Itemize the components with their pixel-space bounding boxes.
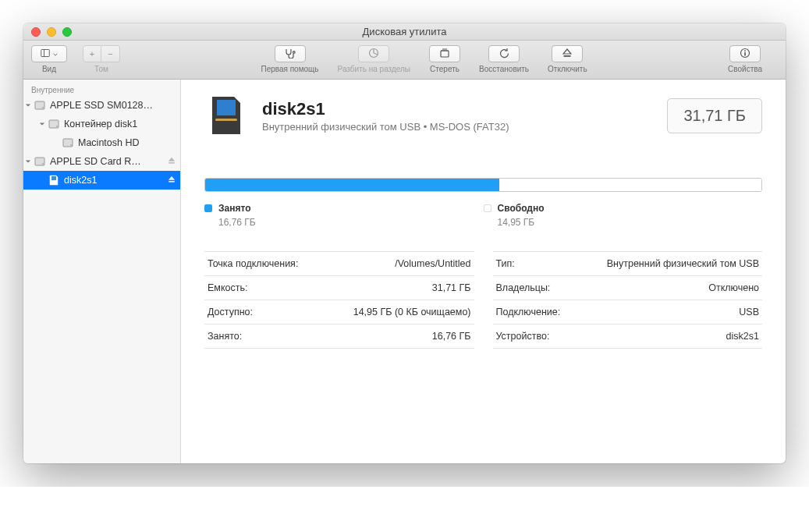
disclosure-triangle-icon[interactable] (23, 158, 33, 165)
table-row: Занято:16,76 ГБ (204, 324, 474, 349)
view-label: Вид (42, 65, 56, 73)
restore-arrow-icon (499, 48, 509, 60)
svg-rect-0 (41, 50, 50, 57)
volume-label: Том (94, 65, 108, 73)
info-value: disk2s1 (726, 331, 759, 342)
window-title: Дисковая утилита (23, 26, 786, 37)
info-value: Отключено (708, 282, 759, 293)
svg-rect-4 (441, 51, 449, 57)
info-value: USB (739, 307, 759, 317)
partition-label: Разбить на разделы (338, 65, 410, 73)
info-label: Свойства (728, 65, 762, 73)
sd-card-icon (204, 94, 248, 137)
unmount-label: Отключить (548, 65, 587, 73)
table-row: Доступно:14,95 ГБ (0 КБ очищаемо) (204, 300, 474, 324)
info-key: Владельцы: (496, 282, 551, 293)
svg-point-16 (42, 163, 44, 165)
volume-subtitle: Внутренний физический том USB • MS-DOS (… (262, 121, 653, 133)
body: Внутренние APPLE SSD SM0128… Контейнер d… (23, 80, 786, 463)
hard-disk-icon (47, 118, 61, 130)
hard-disk-icon (61, 137, 75, 149)
svg-rect-20 (217, 100, 236, 115)
svg-rect-17 (169, 162, 175, 164)
table-row: Точка подключения:/Volumes/Untitled (204, 251, 474, 275)
info-value: 16,76 ГБ (432, 331, 471, 342)
eject-button[interactable] (168, 175, 176, 186)
firstaid-button[interactable] (275, 45, 306, 62)
info-key: Занято: (208, 331, 242, 342)
erase-button[interactable] (429, 45, 460, 62)
info-value: /Volumes/Untitled (395, 258, 470, 269)
view-group: Вид (31, 45, 67, 73)
sidebar-item-disk2s1[interactable]: disk2s1 (23, 171, 180, 190)
firstaid-label: Первая помощь (261, 65, 318, 73)
info-group: Свойства (728, 45, 762, 73)
info-value: 14,95 ГБ (0 КБ очищаемо) (353, 307, 471, 317)
table-row: Подключение:USB (493, 300, 763, 324)
capacity-badge: 31,71 ГБ (667, 98, 762, 133)
table-row: Устройство:disk2s1 (493, 324, 763, 349)
svg-rect-5 (564, 55, 571, 57)
erase-label: Стереть (430, 65, 459, 73)
titlebar: Дисковая утилита (23, 23, 786, 41)
svg-rect-18 (51, 176, 56, 180)
eject-icon (562, 48, 572, 59)
volume-add-button[interactable]: + (83, 45, 101, 62)
plus-icon: + (90, 49, 94, 59)
restore-item: Восстановить (479, 45, 529, 73)
table-row: Владельцы:Отключено (493, 275, 763, 300)
free-label: Свободно (498, 203, 545, 214)
unmount-button[interactable] (552, 45, 583, 62)
info-key: Устройство: (496, 331, 550, 342)
partition-button[interactable] (358, 45, 389, 62)
used-value: 16,76 ГБ (218, 217, 484, 228)
view-button[interactable] (31, 45, 67, 62)
sidebar-item-sd-card-reader[interactable]: APPLE SD Card R… (23, 152, 180, 171)
svg-rect-19 (169, 181, 175, 183)
restore-button[interactable] (488, 45, 520, 62)
legend-free-col: Свободно 14,95 ГБ (484, 203, 763, 228)
svg-point-14 (70, 144, 72, 146)
info-value: Внутренний физический том USB (607, 258, 759, 269)
usage-section: Занято 16,76 ГБ Свободно 14,95 ГБ (204, 178, 762, 228)
svg-rect-21 (215, 119, 237, 121)
free-color-swatch (484, 204, 491, 212)
sidebar-item-label: APPLE SSD SM0128… (50, 100, 176, 111)
restore-label: Восстановить (479, 65, 529, 73)
volume-remove-button[interactable]: − (101, 45, 120, 62)
usage-bar (204, 178, 762, 192)
info-button[interactable] (729, 45, 761, 62)
stethoscope-icon (284, 48, 296, 60)
sd-card-icon (47, 174, 61, 186)
info-key: Емкость: (208, 282, 247, 293)
used-color-swatch (204, 204, 212, 212)
info-key: Точка подключения: (208, 258, 298, 269)
info-tables: Точка подключения:/Volumes/Untitled Емко… (204, 251, 762, 349)
erase-item: Стереть (429, 45, 460, 73)
hard-disk-icon (33, 155, 47, 168)
sidebar-item-label: disk2s1 (64, 175, 168, 186)
info-icon (740, 48, 750, 60)
info-table-left: Точка подключения:/Volumes/Untitled Емко… (204, 251, 474, 349)
info-value: 31,71 ГБ (432, 282, 471, 293)
chevron-down-icon (53, 49, 58, 59)
toolbar-center: Первая помощь Разбить на разделы Стереть… (136, 45, 712, 73)
info-key: Доступно: (208, 307, 253, 317)
used-label: Занято (218, 203, 251, 214)
disclosure-triangle-icon[interactable] (23, 102, 33, 108)
unmount-item: Отключить (548, 45, 587, 73)
disclosure-triangle-icon[interactable] (37, 121, 47, 127)
sidebar-item-container[interactable]: Контейнер disk1 (23, 115, 180, 133)
firstaid-item: Первая помощь (261, 45, 318, 73)
header-text: disk2s1 Внутренний физический том USB • … (262, 99, 653, 133)
free-value: 14,95 ГБ (498, 217, 763, 228)
sidebar-item-apple-ssd[interactable]: APPLE SSD SM0128… (23, 96, 180, 115)
sidebar-item-label: Контейнер disk1 (64, 119, 176, 129)
sidebar-layout-icon (41, 48, 50, 59)
eject-button[interactable] (168, 156, 176, 167)
sidebar-item-macintosh-hd[interactable]: Macintosh HD (23, 133, 180, 152)
volume-group: + − Том (83, 45, 120, 73)
toolbar: Вид + − Том Первая помощь Разбить на раз… (23, 41, 786, 80)
volume-title: disk2s1 (262, 99, 653, 119)
usage-legend: Занято 16,76 ГБ Свободно 14,95 ГБ (204, 203, 762, 228)
